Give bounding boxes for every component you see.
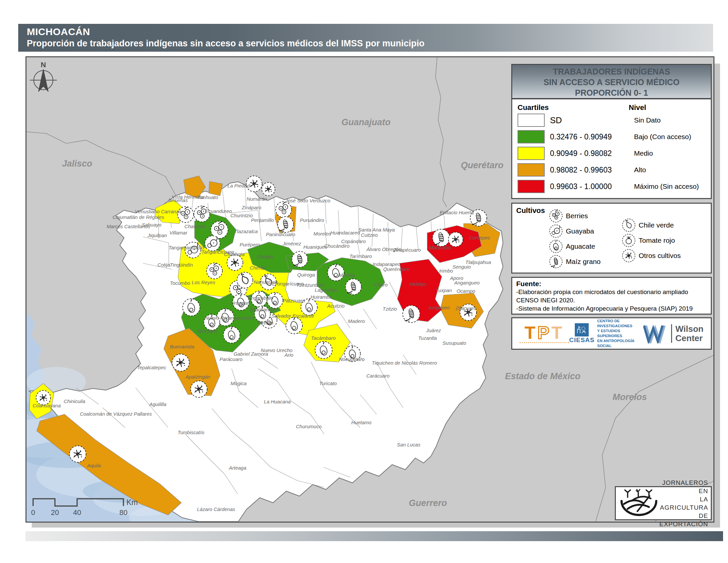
fuente-panel: Fuente: -Elaboración propia con microdat… [511, 277, 712, 315]
maiz-crop-icon [292, 251, 308, 267]
municipality-label: Purépero [240, 242, 260, 247]
legend-col-level: Nivel [629, 103, 646, 112]
legend-level: Medio [634, 149, 653, 157]
municipality-label: Charo [374, 282, 388, 288]
ciesas-glyph [576, 325, 587, 335]
cultivos-left-column: BerriesGuayabaAguacateMaíz grano [549, 208, 601, 269]
municipality-label: Puruándiro [300, 217, 324, 223]
aguacate-crop-icon [183, 299, 200, 316]
cultivos-title: Cultivos [516, 206, 545, 214]
tpt-caption [520, 342, 569, 343]
fuente-line-3: -Sistema de Información Agropecuaria y P… [516, 305, 707, 313]
municipality-label: Jungapeo [428, 305, 450, 310]
municipality-label: Penjamillo [251, 217, 274, 223]
maiz-crop-icon [345, 279, 361, 295]
municipality-label: Nocupétaro [339, 356, 365, 362]
otros-icon [621, 248, 636, 263]
cultivo-row-maiz: Maíz grano [549, 254, 601, 269]
municipality-label: Huiramba [310, 294, 332, 300]
municipality-label: Arteaga [229, 465, 247, 471]
municipality-label: Coalcomán de Vázquez Pallares [80, 411, 152, 417]
scalebar-tick: 0 [31, 508, 35, 517]
legend-swatch [518, 180, 545, 193]
municipality-label: Marcos Castellanos [107, 223, 150, 229]
map-shadow-bottom [32, 523, 720, 528]
map-shadow-right [714, 64, 720, 527]
fuente-line-1: -Elaboración propia con microdatos del c… [516, 288, 707, 296]
ciesas-logo: CIESAS CENTRO DE INVESTIGACIONES Y ESTUD… [569, 319, 643, 349]
municipality-label: José Sixto Verduzco [285, 198, 330, 203]
cultivo-row-otros: Otros cultivos [621, 248, 681, 263]
legend-row-4: 0.99603 - 1.00000Máximo (Sin acceso) [518, 178, 705, 195]
municipality-label: Uruapan [231, 300, 250, 306]
cultivo-row-tomate: Tomate rojo [621, 233, 681, 248]
municipality-label: Queréndaro [383, 266, 410, 272]
legend-title: TRABAJADORES INDÍGENAS SIN ACCESO A SERV… [512, 65, 711, 99]
legend-title-line2: SIN ACCESO A SERVICIO MÉDICO [512, 77, 711, 87]
municipality-label: La Piedad [227, 183, 250, 188]
tpt-letter-2: P [537, 323, 551, 343]
tomate-icon [621, 233, 636, 248]
state-label: Querétaro [461, 160, 503, 170]
region-O1b-la-piedad-e-orange [209, 181, 223, 196]
legend-panel: TRABAJADORES INDÍGENAS SIN ACCESO A SERV… [511, 64, 712, 199]
title-bar: MICHOACÁN Proporción de trabajadores ind… [18, 24, 713, 52]
municipality-label: Madero [348, 318, 365, 324]
municipality-label: Chinicuila [64, 399, 85, 404]
municipality-label: Nuevo Parangaricutiro [205, 315, 254, 321]
municipality-label: Jiménez [282, 241, 301, 246]
cultivo-label: Tomate rojo [639, 236, 675, 244]
ciesas-line-2: Y ESTUDIOS SUPERIORES [597, 329, 643, 339]
tpt-letter-3: T [551, 323, 564, 343]
municipality-label: Tlazazalca [234, 228, 258, 234]
aguacate-crop-icon [223, 327, 240, 343]
legend-row-2: 0.90949 - 0.98082Medio [518, 145, 705, 162]
jornaleros-text: JORNALEROS EN LA AGRICULTURA DE EXPORTAC… [659, 479, 708, 528]
legend-swatch [518, 163, 545, 176]
guayaba-icon [549, 224, 563, 238]
municipality-label: Churintzio [230, 212, 253, 218]
legend-swatch [518, 147, 545, 160]
state-label: Guanajuato [341, 117, 391, 127]
maiz-crop-icon [403, 305, 420, 323]
municipality-label: Contepec [469, 235, 490, 240]
municipality-label: Tocumbo [170, 280, 190, 286]
scalebar-unit: Km [126, 498, 138, 507]
municipality-label: Zinapécuaro [393, 247, 421, 253]
chile-crop-icon [237, 272, 253, 288]
municipality-label: Salvador Escalante [271, 313, 314, 319]
municipality-label: Múgica [231, 381, 247, 386]
municipality-label: Churumuco [296, 424, 322, 429]
ciesas-acronym: CIESAS [569, 337, 595, 344]
municipality-label: Aquila [87, 463, 101, 468]
chile-icon [621, 218, 636, 232]
aguacate-icon [549, 239, 563, 254]
cultivo-label: Guayaba [566, 227, 594, 235]
municipality-label: Morelia [339, 272, 355, 278]
municipality-label: Tingüindín [170, 262, 193, 267]
municipality-label: San Lucas [397, 442, 421, 447]
berries-crop-icon [276, 202, 292, 217]
cultivo-row-aguacate: Aguacate [549, 239, 601, 254]
municipality-label: Tancítaro [197, 328, 217, 334]
municipality-label: Tuxpan [436, 288, 452, 293]
municipality-label: Briseñas [168, 197, 188, 203]
cultivo-row-berries: Berries [549, 208, 601, 223]
jornaleros-line-3: DE EXPORTACIÓN [659, 512, 708, 528]
legend-row-3: 0.98082 - 0.99603Alto [518, 162, 705, 178]
municipality-label: Cojumatlán de Régules [113, 214, 164, 220]
otros-crop-icon [191, 381, 207, 398]
municipality-label: Ecuandureo [205, 208, 232, 214]
municipality-label: Tuzantla [418, 335, 437, 341]
legend-title-line1: TRABAJADORES INDÍGENAS [512, 66, 711, 77]
municipality-label: Panindícuaro [266, 231, 295, 237]
state-label: Jalisco [62, 159, 92, 168]
municipality-label: Coahuayana [32, 403, 61, 408]
wilson-line-1: Wilson [675, 324, 704, 334]
wilson-line-2: Center [675, 334, 704, 343]
wilson-w-icon [643, 324, 668, 344]
legend-level: Máximo (Sin acceso) [634, 182, 699, 190]
bottom-gradient-bar [25, 531, 723, 541]
jornaleros-line-2: LA AGRICULTURA [659, 495, 708, 512]
municipality-label: Los Reyes [192, 279, 215, 285]
